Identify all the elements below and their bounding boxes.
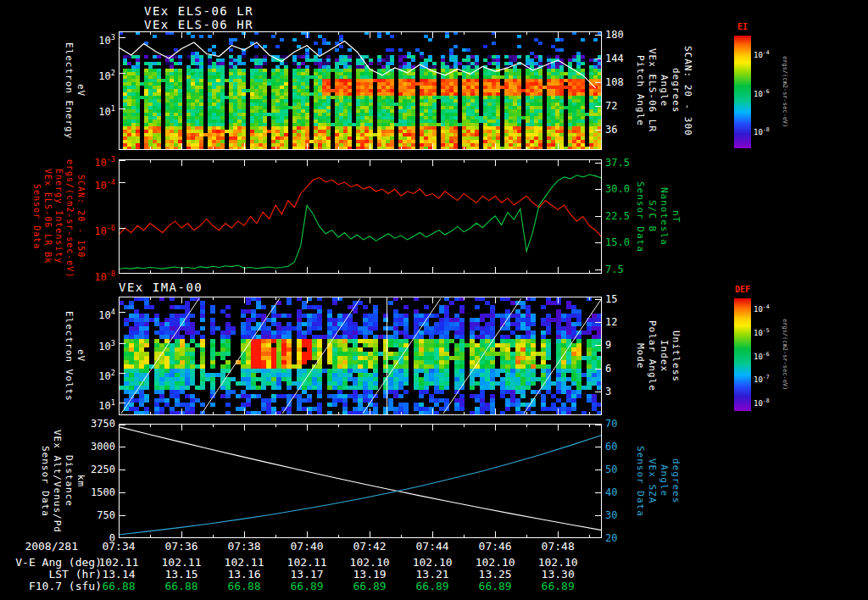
axis-title-line: Sensor Data	[31, 159, 42, 274]
left-axis-title: Sensor DataVEx Alt/Venus/PdDistancekm	[39, 424, 86, 538]
time-tick-label: 07:38	[219, 540, 270, 553]
axis-title-line: ergs/(cm2-sr-sec-eV)	[64, 159, 75, 274]
time-tick-label: 07:42	[344, 540, 395, 553]
axis-title-line: SCAN: 20 - 150	[75, 159, 86, 274]
annotation-value: 102.10	[344, 556, 395, 569]
colorbar-units: ergs/(cm2-sr-sec-eV)	[782, 298, 788, 411]
annotation-value: 66.88	[93, 580, 144, 592]
annotation-value: 13.16	[219, 568, 270, 581]
colorbar	[734, 298, 751, 411]
axis-title-line: Angle	[658, 424, 670, 538]
axis-title-line: VEx SZA	[646, 424, 658, 538]
colorbar-units: ergs/(cm2-sr-sec-eV)	[782, 36, 788, 148]
title-line1: VEx ELS-06 LR	[144, 4, 253, 18]
axis-title-line: Angle	[658, 31, 670, 150]
annotation-value: 13.25	[470, 568, 520, 581]
time-tick-label: 07:48	[532, 540, 583, 553]
axis-title-line: eV	[75, 31, 86, 150]
annotation-value: 102.10	[407, 556, 458, 569]
annotation-value: 102.10	[470, 556, 520, 569]
panel3-title: VEx IMA-00	[119, 281, 203, 294]
intensity-bfield-canvas	[119, 159, 602, 274]
colorbar-tick-label: 10-6	[754, 351, 770, 361]
annotation-value: 13.17	[281, 568, 332, 581]
colorbar	[734, 36, 751, 148]
right-axis-title: Sensor DataVEx SZAAngledegrees	[634, 424, 682, 538]
colorbar-title: DEF	[729, 285, 756, 294]
axis-title-line: degrees	[670, 31, 682, 150]
axis-title-line: VEx Alt/Venus/Pd	[51, 424, 63, 538]
time-tick-label: 07:36	[156, 540, 207, 553]
axis-title-line: Nanotesla	[658, 159, 670, 274]
annotation-value: 66.89	[407, 580, 458, 592]
axis-title-line: Polar Angle	[646, 297, 658, 415]
axis-title-line: Index	[658, 297, 670, 415]
annotation-value: 66.89	[281, 580, 332, 592]
colorbar-tick-label: 10-5	[754, 327, 770, 337]
annotation-value: 66.88	[156, 580, 207, 592]
annotation-row-label: V-E Ang (deg)	[0, 556, 102, 569]
colorbar-tick-label: 10-8	[754, 126, 770, 136]
axis-title-line: degrees	[670, 424, 682, 538]
annotation-row-label: LST (hr)	[0, 568, 102, 581]
annotation-value: 13.30	[532, 568, 583, 581]
time-tick-label: 07:40	[281, 540, 332, 553]
axis-title-line: SCAN: 20 - 300	[682, 31, 693, 150]
right-axis-title: Sensor DataS/C BNanoteslanT	[634, 159, 682, 274]
annotation-value: 66.89	[344, 580, 395, 592]
left-axis-title: Sensor DataVEx ELS-06 LR BkEnergy Intens…	[31, 159, 86, 274]
annotation-value: 102.11	[219, 556, 270, 569]
colorbar-tick-label: 10-4	[754, 303, 770, 314]
axis-title-line: nT	[670, 159, 682, 274]
colorbar-tick-label: 10-6	[754, 88, 770, 98]
axis-title-line: Electron Volts	[63, 297, 75, 415]
colorbar-tick-label: 10-7	[754, 374, 770, 384]
time-tick-label: 07:46	[470, 540, 520, 553]
axis-title-line: Unitless	[670, 297, 682, 415]
time-tick-label: 07:34	[93, 540, 144, 553]
axis-title-line: S/C B	[646, 159, 658, 274]
annotation-value: 102.11	[156, 556, 207, 569]
axis-title-line: VEx ELS-06 LR	[646, 31, 658, 150]
title-line2: VEx ELS-06 HR	[144, 18, 253, 31]
right-axis-title: ModePolar AngleIndexUnitless	[634, 297, 682, 415]
els-spectrogram-canvas	[119, 31, 602, 150]
axis-title-line: km	[75, 424, 86, 538]
annotation-value: 13.21	[407, 568, 458, 581]
annotation-value: 66.89	[470, 580, 520, 592]
axis-title-line: Sensor Data	[634, 424, 646, 538]
left-axis-title: Electron EnergyeV	[63, 31, 86, 150]
axis-title-line: Sensor Data	[634, 159, 646, 274]
right-axis-title: Pitch AngleVEx ELS-06 LRAngledegreesSCAN…	[634, 31, 693, 150]
altitude-sza-canvas	[119, 424, 602, 538]
ima-spectrogram-canvas	[119, 297, 602, 415]
axis-title-line: VEx ELS-06 LR Bk	[42, 159, 53, 274]
axis-title-line: Electron Energy	[63, 31, 75, 150]
colorbar-tick-label: 10-8	[754, 397, 770, 408]
annotation-value: 102.11	[93, 556, 144, 569]
vex-quicklook-plot: VEx ELS-06 LR VEx ELS-06 HR VEx IMA-00 1…	[0, 0, 868, 600]
axis-title-line: Pitch Angle	[634, 31, 646, 150]
date-label: 2008/281	[0, 540, 78, 553]
left-axis-title: Electron VoltseV	[63, 297, 86, 415]
annotation-value: 66.89	[532, 580, 583, 592]
axis-title-line: Mode	[634, 297, 646, 415]
axis-title-line: Energy Intensity	[53, 159, 64, 274]
annotation-value: 13.19	[344, 568, 395, 581]
axis-title-line: Sensor Data	[39, 424, 51, 538]
annotation-value: 13.15	[156, 568, 207, 581]
time-tick-label: 07:44	[407, 540, 458, 553]
annotation-value: 66.88	[219, 580, 270, 592]
annotation-value: 102.11	[281, 556, 332, 569]
axis-title-line: Distance	[63, 424, 75, 538]
colorbar-tick-label: 10-4	[754, 49, 770, 59]
axis-title-line: eV	[75, 297, 86, 415]
colorbar-title: EI	[729, 22, 756, 31]
annotation-value: 102.10	[532, 556, 583, 569]
annotation-row-label: F10.7 (sfu)	[0, 580, 102, 592]
annotation-value: 13.14	[93, 568, 144, 581]
